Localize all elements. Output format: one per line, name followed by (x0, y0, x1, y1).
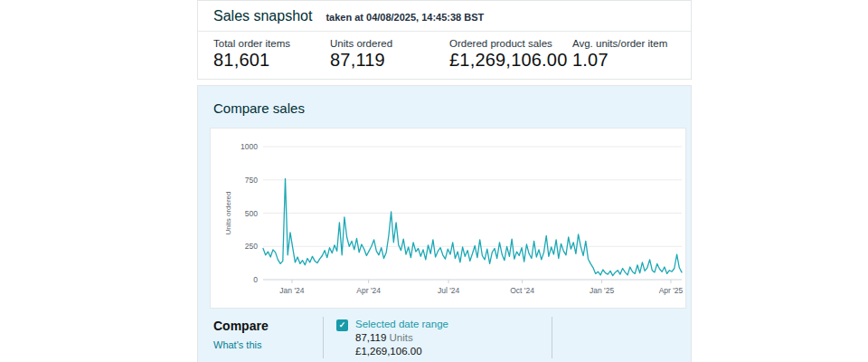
metric-label: Avg. units/order item (572, 38, 667, 49)
sales-chart-svg[interactable]: 02505007501000Jan '24Apr '24Jul '24Oct '… (211, 129, 685, 308)
metric-label: Units ordered (330, 38, 449, 49)
metric-total-order-items: Total order items 81,601 (213, 38, 330, 71)
metrics-row: Total order items 81,601 Units ordered 8… (198, 32, 691, 79)
svg-text:500: 500 (245, 209, 258, 218)
svg-text:Jan '24: Jan '24 (279, 286, 304, 295)
svg-text:1000: 1000 (241, 142, 258, 151)
metric-label: Total order items (213, 38, 330, 49)
legend-units-suffix: Units (390, 332, 413, 343)
metric-label: Ordered product sales (449, 38, 572, 49)
metric-units-ordered: Units ordered 87,119 (330, 38, 449, 71)
metric-avg-units-per-order: Avg. units/order item 1.07 (572, 38, 667, 71)
svg-text:Jan '25: Jan '25 (590, 286, 614, 295)
metric-ordered-product-sales: Ordered product sales £1,269,106.00 (449, 38, 572, 71)
compare-sales-card: Compare sales 02505007501000Jan '24Apr '… (197, 85, 692, 362)
footer-divider-right (552, 317, 552, 358)
compare-sales-title: Compare sales (198, 86, 691, 116)
units-ordered-chart[interactable]: 02505007501000Jan '24Apr '24Jul '24Oct '… (210, 128, 686, 309)
sales-snapshot-header: Sales snapshot taken at 04/08/2025, 14:4… (198, 1, 691, 32)
svg-text:0: 0 (253, 275, 258, 284)
checkmark-icon: ✓ (339, 321, 346, 329)
svg-text:Apr '24: Apr '24 (356, 286, 381, 295)
compare-heading: Compare (213, 319, 323, 333)
main-content: Sales snapshot taken at 04/08/2025, 14:4… (197, 0, 692, 362)
svg-text:Jul '24: Jul '24 (438, 286, 460, 295)
metric-value: 81,601 (213, 50, 330, 71)
snapshot-timestamp: taken at 04/08/2025, 14:45:38 BST (326, 12, 484, 23)
legend-units-line: 87,119 Units (355, 332, 448, 343)
selected-date-range-checkbox[interactable]: ✓ (336, 319, 348, 331)
svg-text:Oct '24: Oct '24 (510, 286, 534, 295)
metric-value: 87,119 (330, 50, 449, 71)
compare-footer: Compare What's this ✓ Selected date rang… (198, 317, 691, 358)
metric-value: 1.07 (572, 50, 667, 71)
svg-text:750: 750 (245, 176, 258, 185)
whats-this-link[interactable]: What's this (213, 339, 323, 350)
compare-footer-left: Compare What's this (213, 317, 323, 358)
page-title: Sales snapshot (213, 8, 312, 24)
svg-text:Units ordered: Units ordered (224, 191, 232, 234)
legend-units-value: 87,119 (355, 332, 386, 343)
metric-value: £1,269,106.00 (449, 50, 572, 71)
legend-selected-date-range: ✓ Selected date range 87,119 Units £1,26… (324, 317, 552, 358)
legend-sales-value: £1,269,106.00 (355, 346, 448, 357)
legend-label: Selected date range (355, 319, 448, 329)
svg-text:Apr '25: Apr '25 (659, 286, 684, 295)
svg-text:250: 250 (245, 242, 258, 251)
legend-text-block: Selected date range 87,119 Units £1,269,… (355, 319, 448, 358)
sales-snapshot-card: Sales snapshot taken at 04/08/2025, 14:4… (197, 0, 692, 80)
